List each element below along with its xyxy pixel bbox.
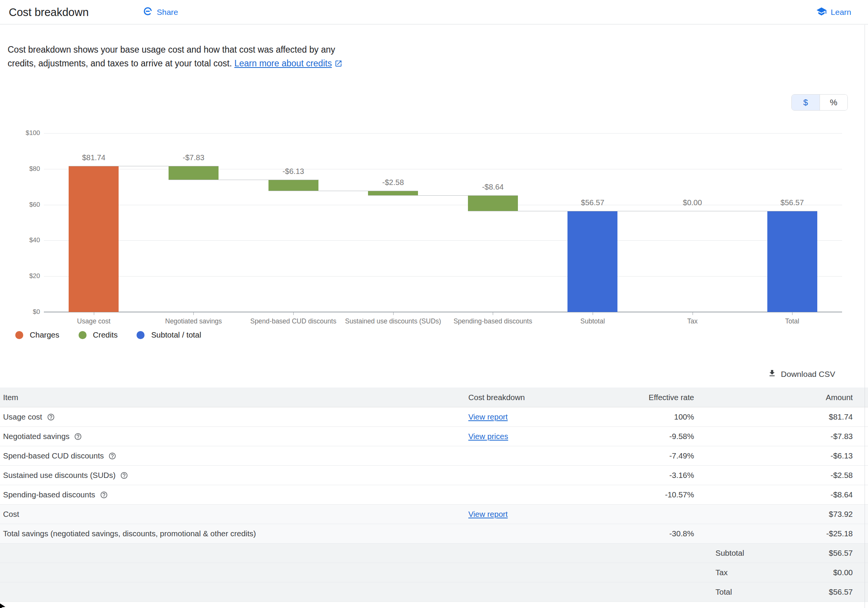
bar-value-label: $56.57: [551, 198, 635, 207]
x-axis-label-spend-based-cud-discounts: Spend-based CUD discounts: [243, 317, 343, 325]
learn-label: Learn: [831, 8, 851, 17]
item-cell: Usage cost: [3, 407, 55, 426]
y-axis-label: $20: [0, 272, 40, 280]
dollar-toggle-button[interactable]: $: [792, 95, 820, 110]
y-axis-label: $60: [0, 201, 40, 209]
share-label: Share: [157, 8, 178, 17]
amount-cell: -$8.64: [831, 485, 853, 504]
x-axis-tick: [94, 312, 94, 315]
view-report-link[interactable]: View report: [468, 510, 508, 519]
view-prices-link[interactable]: View prices: [468, 432, 508, 441]
x-axis-tick: [193, 312, 194, 315]
x-axis-tick: [792, 312, 792, 315]
page-title: Cost breakdown: [9, 0, 89, 24]
bar-negotiated-savings[interactable]: [169, 166, 219, 180]
gridline: [44, 276, 842, 277]
graduation-cap-icon: [816, 6, 827, 19]
summary-label-tax: Tax: [715, 563, 728, 582]
cost-breakdown-page: Cost breakdown Share Learn Cost breakdow…: [0, 0, 868, 608]
bar-value-label: $0.00: [651, 198, 735, 207]
x-axis-tick: [593, 312, 593, 315]
gridline: [44, 240, 842, 241]
gridline: [44, 169, 842, 169]
x-axis-label-total: Total: [742, 317, 842, 325]
legend-swatch-credits: [79, 331, 87, 339]
column-header-effective-rate: Effective rate: [649, 388, 694, 407]
amount-cell: $81.74: [829, 407, 853, 426]
amount-cell: $0.00: [833, 563, 853, 582]
table-row-sustained-use-discounts-suds: Sustained use discounts (SUDs)-3.16%-$2.…: [0, 466, 868, 485]
download-icon: [768, 369, 776, 380]
legend-item-charges: Charges: [15, 330, 59, 339]
legend-swatch-subtotal-total: [137, 331, 145, 339]
page-scrollbar[interactable]: [865, 25, 865, 608]
share-link-icon: [143, 6, 153, 18]
column-header-amount: Amount: [826, 388, 853, 407]
table-body: Usage costView report100%$81.74Negotiate…: [0, 407, 868, 602]
help-icon[interactable]: [47, 413, 55, 421]
learn-more-credits-link[interactable]: Learn more about credits: [234, 58, 332, 68]
x-axis-label-spending-based-discounts: Spending-based discounts: [443, 317, 543, 325]
bar-total[interactable]: [767, 211, 817, 312]
legend-item-credits: Credits: [79, 330, 118, 339]
bar-value-label: -$6.13: [251, 167, 335, 176]
help-icon[interactable]: [108, 452, 116, 460]
x-axis-label-negotiated-savings: Negotiated savings: [144, 317, 244, 325]
table-row-total-savings-negotiated-savings-discounts-promotional-other-credits: Total savings (negotiated savings, disco…: [0, 524, 868, 544]
effective-rate-cell: -10.57%: [665, 485, 694, 504]
legend-label: Subtotal / total: [151, 330, 201, 339]
bar-value-label: -$7.83: [151, 153, 235, 162]
bar-sustained-use-discounts-suds[interactable]: [368, 191, 418, 195]
percent-toggle-button[interactable]: %: [820, 95, 848, 110]
gridline: [44, 133, 842, 134]
item-cell: Negotiated savings: [3, 427, 82, 446]
item-cell: Sustained use discounts (SUDs): [3, 466, 128, 485]
x-axis-line: [44, 312, 842, 312]
amount-cell: $56.57: [829, 582, 853, 602]
legend-label: Charges: [30, 330, 59, 339]
y-axis-label: $80: [0, 165, 40, 173]
help-icon[interactable]: [120, 471, 128, 479]
cost-breakdown-cell: View report: [468, 505, 508, 524]
item-cell: Cost: [3, 505, 19, 524]
item-label: Spending-based discounts: [3, 490, 95, 499]
chart-legend: ChargesCreditsSubtotal / total: [15, 330, 220, 339]
cost-breakdown-cell: View prices: [468, 427, 508, 446]
legend-label: Credits: [93, 330, 118, 339]
learn-button[interactable]: Learn: [816, 0, 851, 24]
page-header: Cost breakdown Share Learn: [0, 0, 868, 24]
bar-value-label: $56.57: [750, 198, 834, 207]
x-axis-label-subtotal: Subtotal: [543, 317, 643, 325]
bar-spend-based-cud-discounts[interactable]: [268, 180, 318, 191]
bar-subtotal[interactable]: [567, 211, 617, 312]
help-icon[interactable]: [100, 491, 108, 499]
gridline: [44, 205, 842, 205]
amount-cell: -$2.58: [831, 466, 853, 485]
download-csv-button[interactable]: Download CSV: [768, 365, 835, 383]
item-label: Usage cost: [3, 412, 42, 421]
item-cell: Spending-based discounts: [3, 485, 108, 504]
mouse-cursor: [0, 603, 6, 608]
y-axis-label: $40: [0, 236, 40, 244]
column-header-cost-breakdown: Cost breakdown: [468, 388, 525, 407]
table-row-total: Total$56.57: [0, 582, 868, 602]
effective-rate-cell: -3.16%: [669, 466, 694, 485]
view-report-link[interactable]: View report: [468, 412, 508, 421]
cost-breakdown-cell: View report: [468, 407, 508, 426]
x-axis-tick: [393, 312, 394, 315]
bar-usage-cost[interactable]: [69, 166, 119, 312]
x-axis-label-usage-cost: Usage cost: [44, 317, 144, 325]
table-header-row: Item Cost breakdown Effective rate Amoun…: [0, 388, 868, 407]
description-text: Cost breakdown shows your base usage cos…: [8, 43, 358, 71]
table-row-spending-based-discounts: Spending-based discounts-10.57%-$8.64: [0, 485, 868, 505]
effective-rate-cell: -30.8%: [669, 524, 694, 543]
x-axis-label-tax: Tax: [643, 317, 743, 325]
item-label: Total savings (negotiated savings, disco…: [3, 529, 256, 538]
help-icon[interactable]: [74, 433, 82, 441]
bar-spending-based-discounts[interactable]: [468, 195, 518, 211]
legend-item-subtotal-total: Subtotal / total: [137, 330, 201, 339]
x-axis-tick: [493, 312, 493, 315]
column-header-item: Item: [3, 388, 18, 407]
unit-toggle: $ %: [791, 94, 848, 111]
share-button[interactable]: Share: [143, 0, 178, 24]
